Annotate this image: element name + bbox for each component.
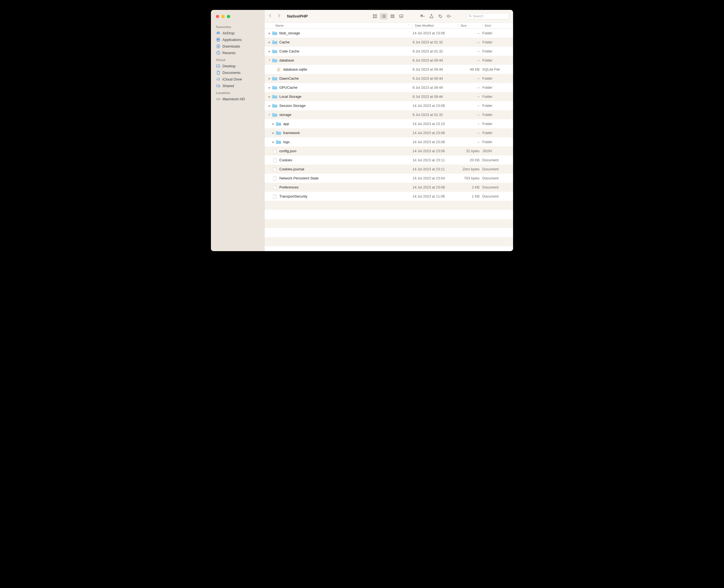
airdrop-icon bbox=[216, 31, 220, 35]
file-name: Session Storage bbox=[279, 104, 412, 108]
column-header-date[interactable]: Date Modified bbox=[412, 24, 458, 27]
disclosure-triangle[interactable]: ▶ bbox=[268, 86, 271, 89]
file-row[interactable]: ▶DawnCache8 Jul 2023 at 09:44--Folder bbox=[264, 74, 513, 83]
svg-rect-14 bbox=[383, 15, 385, 15]
disk-icon bbox=[216, 97, 220, 101]
file-row[interactable]: ▶logs14 Jul 2023 at 23:06--Folder bbox=[264, 138, 513, 146]
sidebar-item-shared[interactable]: Shared bbox=[211, 82, 264, 89]
folder-icon bbox=[272, 58, 278, 63]
sidebar-item-applications[interactable]: Applications bbox=[211, 36, 264, 43]
disclosure-triangle[interactable]: ▶ bbox=[268, 32, 271, 35]
share-button[interactable] bbox=[428, 13, 435, 20]
file-size: Zero bytes bbox=[458, 167, 482, 171]
file-kind: SQLite File bbox=[482, 67, 513, 71]
file-row[interactable]: Cookies-journal14 Jul 2023 at 23:11Zero … bbox=[264, 165, 513, 174]
sidebar-item-downloads[interactable]: Downloads bbox=[211, 43, 264, 49]
disclosure-triangle[interactable]: ▶ bbox=[272, 141, 275, 143]
file-date: 8 Jul 2023 at 09:44 bbox=[412, 58, 458, 62]
icon-view-button[interactable] bbox=[371, 13, 379, 20]
file-row[interactable]: ▶Session Storage14 Jul 2023 at 23:06--Fo… bbox=[264, 101, 513, 110]
column-header-kind[interactable]: Kind bbox=[482, 24, 513, 27]
file-date: 14 Jul 2023 at 23:06 bbox=[412, 140, 458, 144]
zoom-window-button[interactable] bbox=[227, 15, 230, 18]
disclosure-triangle[interactable]: ▶ bbox=[268, 41, 271, 44]
file-date: 14 Jul 2023 at 23:04 bbox=[412, 176, 458, 180]
file-row[interactable]: database.sqlite8 Jul 2023 at 09:4449 KBS… bbox=[264, 65, 513, 74]
disclosure-triangle[interactable]: ▶ bbox=[268, 50, 271, 53]
sidebar-item-desktop[interactable]: Desktop bbox=[211, 63, 264, 69]
disclosure-triangle[interactable]: ▶ bbox=[268, 104, 271, 107]
file-date: 14 Jul 2023 at 23:06 bbox=[412, 104, 458, 108]
file-size: -- bbox=[458, 140, 482, 144]
file-date: 8 Jul 2023 at 09:44 bbox=[412, 94, 458, 99]
file-kind: Document bbox=[482, 167, 513, 171]
file-kind: Folder bbox=[482, 94, 513, 99]
file-row[interactable]: ▶Local Storage8 Jul 2023 at 09:44--Folde… bbox=[264, 92, 513, 101]
disclosure-triangle[interactable]: ▶ bbox=[272, 123, 275, 125]
file-row[interactable]: Preferences14 Jul 2023 at 23:062 KBDocum… bbox=[264, 183, 513, 192]
file-icon bbox=[272, 193, 278, 200]
file-kind: Folder bbox=[482, 31, 513, 35]
column-header-size[interactable]: Size bbox=[458, 24, 482, 27]
minimize-window-button[interactable] bbox=[221, 15, 225, 18]
svg-rect-21 bbox=[400, 17, 401, 18]
file-date: 14 Jul 2023 at 23:06 bbox=[412, 185, 458, 189]
file-row[interactable]: config.json14 Jul 2023 at 23:0632 bytesJ… bbox=[264, 146, 513, 155]
svg-rect-9 bbox=[373, 15, 374, 16]
file-name: TransportSecurity bbox=[279, 194, 412, 198]
actions-button[interactable] bbox=[445, 13, 453, 20]
sidebar-item-recents[interactable]: Recents bbox=[211, 49, 264, 56]
file-kind: Document bbox=[482, 185, 513, 189]
disclosure-triangle[interactable]: ▼ bbox=[268, 59, 271, 62]
disclosure-triangle[interactable]: ▶ bbox=[268, 77, 271, 80]
file-row[interactable]: ▶GPUCache8 Jul 2023 at 09:44--Folder bbox=[264, 83, 513, 92]
file-size: -- bbox=[458, 85, 482, 89]
sidebar-item-icloud-drive[interactable]: iCloud Drive bbox=[211, 76, 264, 82]
disclosure-triangle[interactable]: ▼ bbox=[268, 113, 271, 116]
file-list[interactable]: ▶blob_storage14 Jul 2023 at 23:06--Folde… bbox=[264, 28, 513, 251]
file-row[interactable]: Network Persistent State14 Jul 2023 at 2… bbox=[264, 174, 513, 183]
forward-button[interactable] bbox=[277, 14, 281, 19]
search-input[interactable] bbox=[473, 14, 513, 18]
file-size: -- bbox=[458, 113, 482, 117]
recents-icon bbox=[216, 50, 220, 55]
file-row[interactable]: TransportSecurity14 Jul 2023 at 11:061 K… bbox=[264, 192, 513, 201]
column-header-name[interactable]: Name ⌃ bbox=[276, 24, 412, 27]
sort-ascending-icon: ⌃ bbox=[408, 24, 410, 27]
file-date: 8 Jul 2023 at 09:44 bbox=[412, 77, 458, 81]
file-date: 8 Jul 2023 at 09:44 bbox=[412, 85, 458, 89]
gallery-view-button[interactable] bbox=[398, 13, 405, 20]
file-row[interactable]: ▶app14 Jul 2023 at 23:15--Folder bbox=[264, 119, 513, 128]
svg-rect-16 bbox=[383, 16, 385, 16]
downloads-icon bbox=[216, 44, 220, 48]
svg-rect-27 bbox=[422, 16, 423, 17]
file-row[interactable]: Cookies14 Jul 2023 at 23:1120 KBDocument bbox=[264, 155, 513, 165]
back-button[interactable] bbox=[268, 14, 272, 19]
file-name: database bbox=[279, 58, 412, 62]
file-row[interactable]: ▶framework14 Jul 2023 at 23:06--Folder bbox=[264, 128, 513, 138]
file-row[interactable]: ▼database8 Jul 2023 at 09:44--Folder bbox=[264, 56, 513, 65]
column-view-button[interactable] bbox=[389, 13, 396, 20]
file-row[interactable]: ▶blob_storage14 Jul 2023 at 23:06--Folde… bbox=[264, 28, 513, 38]
file-row[interactable]: ▶Cache9 Jul 2023 at 01:32--Folder bbox=[264, 38, 513, 47]
file-icon bbox=[272, 175, 278, 181]
svg-point-8 bbox=[219, 99, 219, 99]
sidebar-item-airdrop[interactable]: AirDrop bbox=[211, 30, 264, 36]
tags-button[interactable] bbox=[436, 13, 444, 20]
list-view-button[interactable] bbox=[380, 13, 387, 20]
empty-row bbox=[264, 210, 513, 219]
disclosure-triangle[interactable]: ▶ bbox=[272, 132, 275, 134]
file-kind: Folder bbox=[482, 122, 513, 126]
file-row[interactable]: ▶Code Cache9 Jul 2023 at 01:32--Folder bbox=[264, 47, 513, 56]
folder-icon bbox=[276, 139, 281, 145]
disclosure-triangle[interactable]: ▶ bbox=[268, 95, 271, 98]
close-window-button[interactable] bbox=[216, 15, 219, 18]
group-by-button[interactable] bbox=[419, 13, 427, 20]
svg-rect-18 bbox=[383, 17, 385, 17]
sidebar-item-macintosh-hd[interactable]: Macintosh HD bbox=[211, 96, 264, 102]
sidebar-item-documents[interactable]: Documents bbox=[211, 69, 264, 76]
sidebar: Favourites AirDrop Applications Download… bbox=[211, 10, 264, 251]
window-controls bbox=[211, 13, 264, 23]
file-row[interactable]: ▼storage9 Jul 2023 at 01:32--Folder bbox=[264, 110, 513, 119]
search-field[interactable] bbox=[467, 13, 509, 20]
